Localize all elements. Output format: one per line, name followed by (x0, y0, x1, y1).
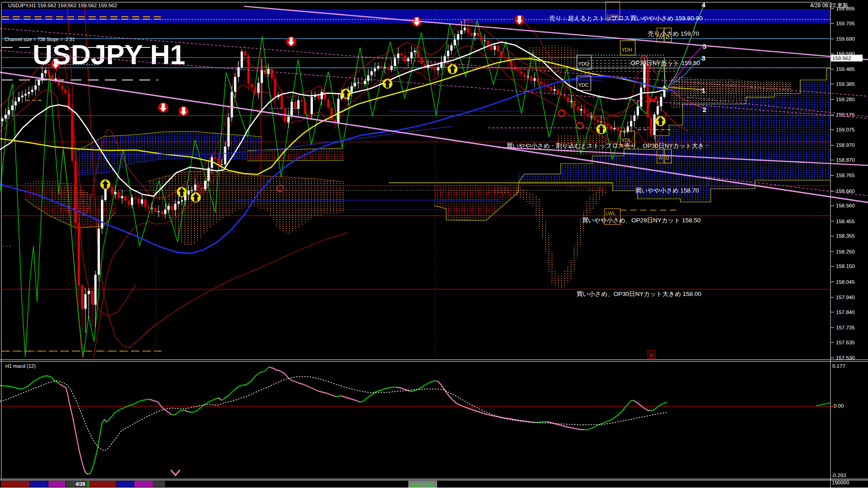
svg-text:-0.293: -0.293 (831, 473, 846, 478)
svg-text:USDJPY,H1 159.562 159.562 159: USDJPY,H1 159.562 159.562 159.562 159.56… (8, 3, 117, 8)
svg-text:158.150: 158.150 (836, 263, 855, 269)
svg-text:157.635: 157.635 (836, 340, 855, 345)
svg-text:LWL: LWL (606, 211, 616, 216)
svg-text:1: 1 (702, 86, 705, 94)
svg-text:4/28: 4/28 (75, 481, 85, 487)
svg-text:159.385: 159.385 (836, 81, 855, 87)
svg-text:158.250: 158.250 (836, 249, 855, 254)
svg-text:159.280: 159.280 (836, 97, 855, 102)
svg-text:買いやや小さめ・割り込むとストップロス売り、OP30日NYカ: 買いやや小さめ・割り込むとストップロス売り、OP30日NYカット大き・ (506, 142, 710, 149)
svg-text:0.177: 0.177 (832, 363, 845, 369)
svg-text:159.795: 159.795 (836, 21, 855, 26)
svg-text:157.940: 157.940 (836, 295, 855, 300)
svg-text:2: 2 (703, 106, 706, 113)
svg-text:4/28 06:22 更新: 4/28 06:22 更新 (810, 2, 848, 9)
svg-text:H1 macd (12): H1 macd (12) (5, 363, 36, 369)
svg-text:158.045: 158.045 (836, 279, 855, 285)
svg-text:158.970: 158.970 (836, 142, 855, 148)
svg-text:159.690: 159.690 (836, 36, 855, 42)
svg-text:0.00: 0.00 (834, 403, 844, 408)
svg-text:159.562: 159.562 (832, 56, 851, 61)
svg-text:159.075: 159.075 (836, 127, 855, 132)
svg-text:158.660: 158.660 (836, 188, 855, 194)
svg-text:158.355: 158.355 (836, 233, 855, 239)
svg-text:macd ON: macd ON (410, 482, 434, 488)
svg-text:OP30日NYカット 159.50: OP30日NYカット 159.50 (631, 60, 700, 66)
svg-text:買い小さめ、OP30日NYカット大きめ 158.00: 買い小さめ、OP30日NYカット大きめ 158.00 (576, 291, 701, 297)
svg-text:158.870: 158.870 (836, 157, 855, 163)
svg-text:3: 3 (702, 54, 705, 62)
svg-text:158.455: 158.455 (836, 219, 855, 224)
svg-text:157.735: 157.735 (836, 325, 855, 330)
svg-text:M: M (649, 352, 653, 358)
svg-text:190000: 190000 (832, 480, 849, 485)
svg-text:158.765: 158.765 (836, 173, 855, 178)
svg-text:USDJPY H1: USDJPY H1 (33, 39, 185, 70)
svg-text:158.560: 158.560 (836, 203, 855, 208)
svg-text:YDO: YDO (578, 61, 589, 66)
svg-text:159.485: 159.485 (836, 66, 855, 72)
svg-text:YDC: YDC (578, 82, 589, 88)
svg-text:売り小さめ 159.70: 売り小さめ 159.70 (648, 30, 699, 37)
svg-text:買いやや小さめ 158.70: 買いやや小さめ 158.70 (635, 187, 699, 194)
svg-text:YDH: YDH (622, 47, 632, 52)
svg-text:売り：超えるとストップロス買いやや小さめ 159.80-90: 売り：超えるとストップロス買いやや小さめ 159.80-90 (549, 15, 703, 22)
svg-text:買いやや小さめ、OP29日NYカット 158.50: 買いやや小さめ、OP29日NYカット 158.50 (582, 217, 701, 224)
svg-text:157.840: 157.840 (836, 310, 855, 315)
